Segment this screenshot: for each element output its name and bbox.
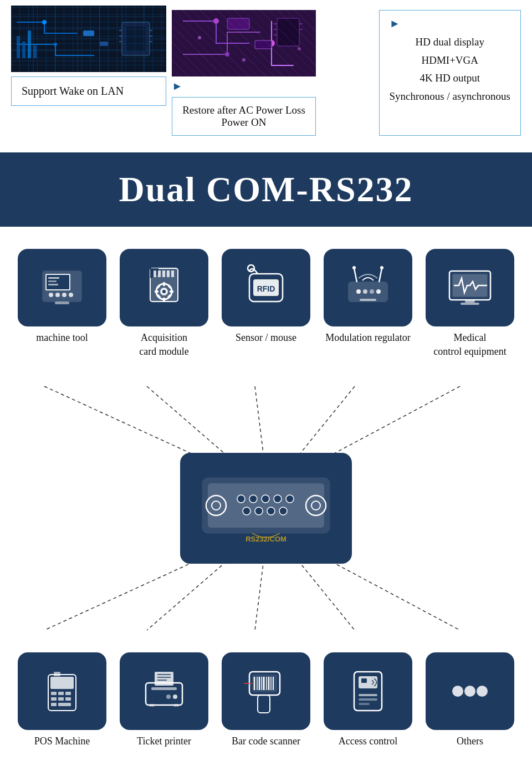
barcode-label: Bar code scanner [232, 734, 300, 748]
top-icons-row: machine tool [11, 249, 521, 359]
svg-rect-32 [227, 18, 249, 29]
svg-rect-126 [58, 697, 64, 701]
svg-rect-58 [154, 270, 156, 277]
power-on-label: Power ON [222, 116, 267, 128]
modulation-icon-box [324, 249, 412, 326]
svg-text:RS232/COM: RS232/COM [245, 535, 287, 543]
svg-point-29 [213, 18, 219, 24]
sensor-label: Sensor / mouse [236, 331, 296, 345]
icon-item-medical: Medicalcontrol equipment [426, 249, 514, 359]
svg-rect-124 [65, 692, 71, 695]
hdmi-vga-label: HDMI+VGA [390, 53, 510, 69]
circuit-purple-svg [172, 10, 316, 76]
svg-rect-104 [208, 483, 324, 528]
acquisition-card-icon [139, 263, 189, 313]
modulation-label: Modulation regulator [325, 331, 410, 345]
ticket-printer-icon-box [120, 652, 208, 730]
svg-rect-67 [163, 298, 165, 302]
svg-rect-48 [48, 280, 57, 282]
access-control-icon-box [324, 652, 412, 730]
diagram-section: RS232/COM [0, 364, 532, 652]
svg-point-137 [166, 695, 171, 699]
svg-rect-129 [58, 703, 71, 706]
barcode-icon [241, 666, 291, 716]
restore-label: Restore after AC Power Loss [182, 104, 305, 116]
svg-rect-15 [100, 42, 108, 46]
wake-on-lan-box: Support Wake on LAN [11, 76, 166, 106]
svg-rect-155 [361, 678, 367, 683]
pos-icon-box [18, 652, 106, 730]
circuit-image-blue [11, 6, 166, 72]
hd-dual-label: HD dual display [390, 34, 510, 50]
svg-rect-0 [11, 6, 166, 72]
svg-point-84 [363, 289, 367, 294]
svg-point-34 [198, 36, 201, 39]
svg-point-36 [280, 30, 285, 34]
svg-point-53 [69, 293, 73, 297]
sensor-icon: RFID [241, 263, 291, 313]
svg-rect-33 [255, 40, 272, 49]
svg-rect-91 [465, 300, 475, 303]
icon-item-modulation: Modulation regulator [324, 249, 412, 345]
svg-rect-138 [149, 704, 155, 707]
left-images: Support Wake on LAN [11, 6, 166, 136]
svg-point-75 [248, 265, 254, 272]
acquisition-card-label: Acquisitioncard module [139, 331, 188, 359]
svg-point-86 [376, 289, 381, 294]
icon-item-acquisition-card: Acquisitioncard module [120, 249, 208, 359]
icon-item-ticket-printer: Ticket printer [120, 652, 208, 748]
svg-rect-128 [51, 703, 57, 706]
modulation-icon [343, 263, 393, 313]
svg-rect-20 [122, 22, 150, 55]
svg-rect-47 [48, 277, 59, 279]
svg-point-52 [62, 293, 66, 297]
svg-rect-127 [65, 697, 71, 701]
others-icon-box [426, 652, 514, 730]
sensor-icon-box: RFID [222, 249, 310, 326]
svg-rect-19 [33, 45, 37, 58]
svg-text:RFID: RFID [257, 284, 275, 293]
svg-point-30 [225, 52, 229, 57]
svg-point-12 [42, 20, 47, 24]
icon-item-barcode: Bar code scanner [222, 652, 310, 748]
svg-rect-87 [360, 299, 376, 301]
svg-rect-18 [28, 30, 31, 58]
svg-point-83 [356, 289, 361, 294]
svg-rect-158 [359, 703, 370, 705]
icon-item-access-control: Access control [324, 652, 412, 748]
barcode-icon-box [222, 652, 310, 730]
svg-rect-139 [173, 704, 179, 707]
svg-point-80 [352, 266, 356, 269]
others-label: Others [457, 734, 483, 748]
icon-item-machine-tool: machine tool [18, 249, 106, 345]
ticket-printer-label: Ticket printer [137, 734, 191, 748]
machine-tool-icon-box [18, 249, 106, 326]
svg-point-136 [173, 695, 177, 699]
sync-label: Synchronous / asynchronous [390, 89, 510, 105]
machine-tool-label: machine tool [36, 331, 88, 345]
svg-rect-157 [359, 698, 377, 701]
svg-rect-131 [151, 687, 177, 690]
svg-point-50 [49, 293, 53, 297]
svg-point-109 [237, 495, 245, 503]
pos-label: POS Machine [34, 734, 90, 748]
svg-point-13 [54, 43, 57, 46]
svg-rect-38 [277, 18, 299, 46]
ticket-printer-icon [139, 666, 189, 716]
medical-label: Medicalcontrol equipment [433, 331, 506, 359]
icon-item-others: Others [426, 652, 514, 748]
arrow-icon: ► [390, 17, 510, 30]
icon-item-pos: POS Machine [18, 652, 106, 748]
middle-col: ► Restore after AC Power Loss Power ON [172, 6, 316, 136]
medical-icon [445, 263, 495, 313]
svg-point-51 [55, 293, 60, 297]
svg-line-79 [354, 268, 357, 282]
pos-icon [37, 666, 87, 716]
svg-point-117 [279, 507, 287, 515]
medical-icon-box [426, 249, 514, 326]
svg-rect-156 [359, 694, 377, 696]
svg-rect-92 [461, 303, 479, 305]
top-icons-section: machine tool [0, 238, 532, 359]
svg-point-82 [380, 266, 383, 269]
svg-point-116 [267, 507, 275, 515]
